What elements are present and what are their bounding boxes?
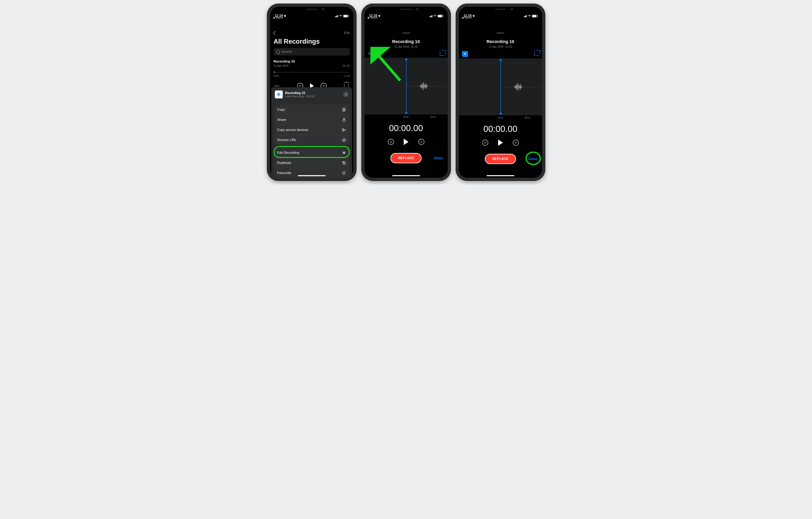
action-shorten-url[interactable]: Shorten URL xyxy=(274,135,349,145)
share-sheet: Recording 10 Audio Recording · 662 KB ✕ … xyxy=(271,87,352,178)
play-button[interactable] xyxy=(498,139,503,146)
waveform-view[interactable]: 00:00 00:01 xyxy=(459,58,542,115)
action-copy-across[interactable]: Copy across devices xyxy=(274,125,349,135)
tick-1: 00:01 xyxy=(431,116,436,118)
trim-button[interactable] xyxy=(534,51,539,56)
tick-0: 00:00 xyxy=(498,116,503,119)
sheet-title: Recording 10 xyxy=(285,91,341,95)
editor-title: Recording 10 xyxy=(459,39,542,44)
recording-date: 11 Apr 2020 xyxy=(273,64,289,67)
copy-icon xyxy=(342,108,346,112)
action-favourite[interactable]: Favourite xyxy=(274,168,349,178)
sheet-subtitle: Audio Recording · 662 KB xyxy=(285,95,341,98)
waveform-view[interactable]: 00:00 00:01 xyxy=(365,58,448,114)
wifi-icon xyxy=(339,15,342,17)
play-button[interactable] xyxy=(404,139,408,145)
phone-3: 11:15 ◀ Search Recording 10 11 Apr 2020 … xyxy=(456,4,545,181)
waveform-icon xyxy=(342,151,346,155)
scrub-elapsed: 0:00 xyxy=(273,74,279,77)
trim-button[interactable] xyxy=(440,51,444,56)
edit-button[interactable]: Edit xyxy=(344,31,350,35)
svg-point-7 xyxy=(342,130,343,132)
tick-0: 00:00 xyxy=(403,116,409,118)
close-sheet-button[interactable]: ✕ xyxy=(343,92,349,97)
home-indicator[interactable] xyxy=(392,175,420,176)
svg-rect-1 xyxy=(279,93,279,96)
editor-subtitle: 11 Apr 2020 01:19 xyxy=(365,45,448,48)
home-indicator[interactable] xyxy=(298,175,326,176)
phone-2: 11:15 ◀ Search Recording 10 11 Apr 2020 … xyxy=(362,4,451,181)
status-time: 11:14 xyxy=(275,14,283,18)
sheet-grabber[interactable] xyxy=(496,32,504,33)
home-indicator[interactable] xyxy=(487,175,514,176)
recording-duration: 01:19 xyxy=(343,64,350,67)
timer-display: 00:00.00 xyxy=(365,123,448,133)
scrub-remaining: –1:19 xyxy=(343,74,350,77)
replace-button[interactable]: REPLACE xyxy=(485,154,516,164)
replace-button[interactable]: REPLACE xyxy=(390,153,422,163)
action-share[interactable]: Share xyxy=(274,115,349,125)
location-icon xyxy=(284,14,287,17)
battery-icon xyxy=(343,15,349,18)
notch xyxy=(480,7,521,13)
svg-point-8 xyxy=(342,138,346,142)
skip-forward-button[interactable]: 15 xyxy=(418,139,424,145)
status-time: 11:15 xyxy=(464,14,472,18)
playback-scrubber[interactable] xyxy=(273,72,350,73)
recording-name: Recording 10 xyxy=(273,59,350,63)
phone-1: 11:14 ◀ Search Edit All Recordings Searc… xyxy=(267,4,356,181)
tick-1: 00:01 xyxy=(525,116,530,119)
search-placeholder: Search xyxy=(281,50,292,54)
svg-rect-3 xyxy=(343,108,345,111)
svg-rect-4 xyxy=(343,109,344,111)
share-icon xyxy=(342,118,346,122)
cellular-icon xyxy=(430,15,433,17)
duplicate-icon xyxy=(342,161,346,165)
location-icon xyxy=(378,14,381,17)
action-copy[interactable]: Copy xyxy=(274,105,349,115)
compass-icon xyxy=(342,138,346,142)
timer-display: 00:00.00 xyxy=(459,124,542,134)
notch xyxy=(291,7,332,13)
location-icon xyxy=(472,14,476,17)
wifi-icon xyxy=(528,15,531,17)
skip-forward-button[interactable]: 15 xyxy=(513,140,519,146)
waveform-spikes xyxy=(514,83,522,91)
wifi-icon xyxy=(433,15,437,17)
editor-subtitle: 11 Apr 2020 01:19 xyxy=(459,45,542,48)
cellular-icon xyxy=(335,15,338,17)
svg-rect-0 xyxy=(277,93,278,95)
back-chevron-icon[interactable] xyxy=(273,31,277,35)
done-button[interactable]: Done xyxy=(528,157,538,161)
editor-title: Recording 10 xyxy=(365,39,448,44)
page-title: All Recordings xyxy=(273,38,350,45)
sheet-grabber[interactable] xyxy=(402,32,410,33)
heart-icon xyxy=(342,171,346,175)
enhance-button[interactable]: ✦ xyxy=(368,51,371,56)
skip-back-button[interactable]: 15 xyxy=(482,140,488,146)
action-edit-recording[interactable]: Edit Recording xyxy=(274,148,349,158)
battery-icon xyxy=(532,15,538,18)
enhance-button-active[interactable]: ✦ xyxy=(462,51,468,57)
svg-point-6 xyxy=(342,129,343,130)
status-time: 11:15 xyxy=(369,14,377,18)
recording-list-item[interactable]: Recording 10 11 Apr 2020 01:19 0:00 –1:1… xyxy=(273,56,350,89)
skip-back-button[interactable]: 15 xyxy=(388,139,394,145)
action-duplicate[interactable]: Duplicate xyxy=(274,158,349,168)
cellular-icon xyxy=(524,15,527,17)
notch xyxy=(385,7,427,13)
battery-icon xyxy=(438,15,443,18)
audio-file-icon xyxy=(275,90,283,99)
scissors-icon xyxy=(342,128,346,132)
search-input[interactable]: Search xyxy=(273,48,350,56)
svg-rect-2 xyxy=(280,93,280,95)
waveform-spikes xyxy=(420,82,428,90)
search-icon xyxy=(276,50,280,54)
done-button[interactable]: Done xyxy=(434,156,443,160)
